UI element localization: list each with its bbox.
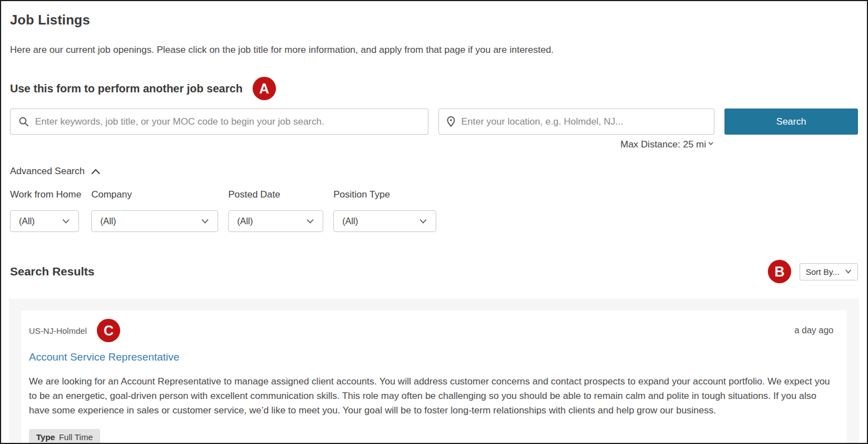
filter-work-from-home: Work from Home (All) (10, 189, 81, 232)
job-type-label: Type (36, 432, 55, 442)
annotation-badge-b: B (768, 260, 791, 283)
max-distance-dropdown[interactable]: Max Distance: 25 mi (620, 139, 714, 150)
sort-by-label: Sort By... (806, 267, 840, 277)
results-header: Search Results B Sort By... (10, 260, 858, 283)
search-results-container: US-NJ-Holmdel C a day ago Account Servic… (9, 299, 859, 444)
filter-position-type: Position Type (All) (333, 189, 436, 232)
search-button[interactable]: Search (724, 108, 858, 135)
intro-text: Here are our current job openings. Pleas… (10, 45, 858, 56)
chevron-down-icon (62, 218, 70, 224)
work-from-home-select[interactable]: (All) (10, 210, 79, 232)
job-posted-date: a day ago (795, 325, 834, 336)
chevron-down-icon (201, 218, 209, 224)
filter-label: Company (91, 189, 218, 200)
chevron-down-icon (707, 140, 714, 147)
job-listings-page: Job Listings Here are our current job op… (0, 0, 868, 444)
chevron-down-icon (419, 218, 427, 224)
sort-area: B Sort By... (768, 260, 858, 283)
posted-date-select[interactable]: (All) (228, 210, 323, 232)
location-input[interactable] (461, 116, 706, 127)
search-form-heading-row: Use this form to perform another job sea… (10, 77, 858, 100)
filter-label: Work from Home (10, 189, 81, 200)
job-card-header: US-NJ-Holmdel C a day ago (29, 318, 834, 343)
selected-value: (All) (237, 216, 253, 226)
sort-by-dropdown[interactable]: Sort By... (800, 263, 858, 280)
keyword-input[interactable] (35, 116, 420, 127)
search-results-heading: Search Results (10, 265, 95, 278)
filter-posted-date: Posted Date (All) (228, 189, 323, 232)
page-title: Job Listings (10, 12, 858, 28)
filter-label: Posted Date (228, 189, 323, 200)
advanced-search-toggle[interactable]: Advanced Search (10, 166, 101, 177)
job-title-link[interactable]: Account Service Representative (29, 351, 179, 363)
selected-value: (All) (19, 216, 34, 226)
search-icon (18, 116, 29, 127)
chevron-up-icon (91, 168, 101, 175)
search-form-heading: Use this form to perform another job sea… (10, 82, 243, 95)
annotation-badge-a: A (253, 77, 276, 100)
selected-value: (All) (342, 216, 358, 226)
position-type-select[interactable]: (All) (333, 210, 436, 232)
search-inputs-row: Search (10, 108, 858, 135)
job-location: US-NJ-Holmdel (29, 326, 87, 336)
max-distance-label: Max Distance: 25 mi (620, 139, 706, 150)
location-search-field[interactable] (438, 108, 714, 135)
filter-label: Position Type (333, 189, 436, 200)
advanced-search-label: Advanced Search (10, 166, 85, 177)
job-card: US-NJ-Holmdel C a day ago Account Servic… (21, 310, 847, 444)
filter-company: Company (All) (91, 189, 218, 232)
selected-value: (All) (100, 216, 116, 226)
chevron-down-icon (306, 218, 314, 224)
job-description: We are looking for an Account Representa… (29, 374, 834, 418)
max-distance-row: Max Distance: 25 mi (10, 139, 858, 150)
company-select[interactable]: (All) (91, 210, 218, 232)
job-type-value: Full Time (59, 432, 93, 442)
location-pin-icon (447, 116, 455, 127)
job-type-badge: Type Full Time (29, 429, 100, 444)
chevron-down-icon (845, 269, 852, 274)
annotation-badge-c: C (97, 319, 120, 342)
keyword-search-field[interactable] (10, 108, 428, 135)
advanced-filters-row: Work from Home (All) Company (All) Poste… (10, 189, 858, 232)
